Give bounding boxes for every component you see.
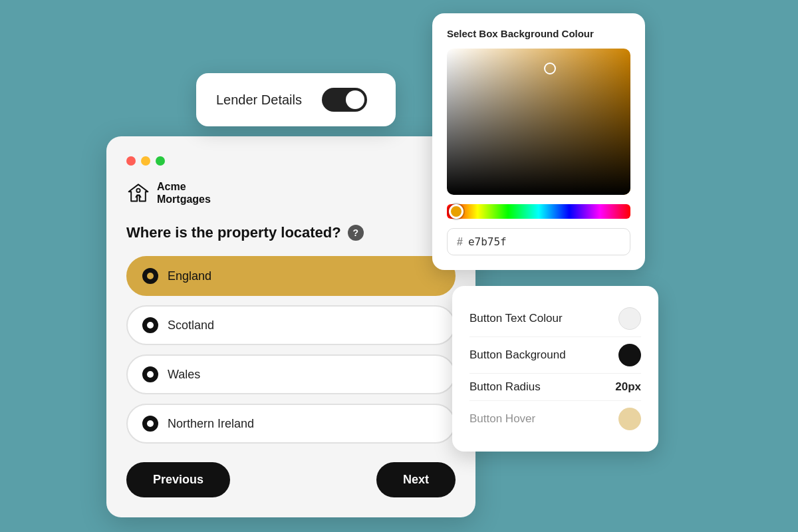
hex-input[interactable]: [468, 235, 620, 248]
settings-row-text-colour: Button Text Colour: [469, 301, 641, 337]
settings-row-hover: Button Hover: [469, 401, 641, 437]
next-button[interactable]: Next: [376, 462, 456, 497]
btn-background-label: Button Background: [469, 348, 566, 362]
hue-slider[interactable]: [447, 204, 630, 219]
options-list: England Scotland Wales Northern Ireland: [126, 256, 456, 444]
color-picker-title: Select Box Background Colour: [447, 28, 630, 39]
btn-text-colour-label: Button Text Colour: [469, 312, 563, 325]
question-text: Where is the property located? ?: [126, 224, 456, 241]
close-dot[interactable]: [126, 156, 136, 166]
lender-details-card: Lender Details: [196, 73, 396, 126]
radio-scotland: [142, 317, 158, 333]
option-label-england: England: [168, 269, 211, 283]
settings-row-background: Button Background: [469, 337, 641, 374]
logo-icon: [126, 181, 150, 205]
minimize-dot[interactable]: [141, 156, 150, 166]
btn-hover-swatch[interactable]: [618, 408, 641, 430]
option-label-wales: Wales: [168, 368, 200, 382]
option-england[interactable]: England: [126, 256, 456, 296]
form-header: AcmeMortgages: [126, 180, 456, 205]
option-label-scotland: Scotland: [168, 319, 214, 332]
option-scotland[interactable]: Scotland: [126, 305, 456, 345]
help-icon[interactable]: ?: [348, 225, 364, 241]
logo-text: AcmeMortgages: [157, 180, 211, 205]
maximize-dot[interactable]: [156, 156, 165, 166]
btn-hover-label: Button Hover: [469, 412, 535, 426]
btn-radius-value: 20px: [615, 380, 641, 394]
color-gradient-box[interactable]: [447, 49, 630, 195]
question-label: Where is the property located?: [126, 224, 341, 241]
btn-background-swatch[interactable]: [618, 344, 641, 366]
radio-england: [142, 268, 158, 284]
hex-input-row: #: [447, 228, 630, 255]
button-settings-card: Button Text Colour Button Background But…: [452, 286, 658, 452]
option-wales[interactable]: Wales: [126, 354, 456, 394]
form-card: AcmeMortgages Where is the property loca…: [106, 136, 475, 517]
color-picker-card: Select Box Background Colour #: [432, 13, 645, 270]
picker-cursor[interactable]: [544, 63, 556, 74]
hue-cursor[interactable]: [449, 204, 464, 219]
hash-symbol: #: [457, 236, 463, 248]
window-controls: [126, 156, 456, 166]
radio-wales: [142, 366, 158, 382]
radio-northern-ireland: [142, 416, 158, 432]
btn-radius-label: Button Radius: [469, 380, 541, 394]
gradient-background: [447, 49, 630, 195]
form-footer: Previous Next: [126, 462, 456, 497]
option-northern-ireland[interactable]: Northern Ireland: [126, 404, 456, 444]
settings-row-radius: Button Radius 20px: [469, 374, 641, 401]
btn-text-colour-swatch[interactable]: [618, 307, 641, 330]
previous-button[interactable]: Previous: [126, 462, 230, 497]
logo-area: AcmeMortgages: [126, 180, 211, 205]
lender-details-label: Lender Details: [216, 92, 302, 108]
option-label-northern-ireland: Northern Ireland: [168, 417, 254, 431]
lender-details-toggle[interactable]: [322, 88, 367, 112]
svg-point-0: [136, 189, 140, 192]
